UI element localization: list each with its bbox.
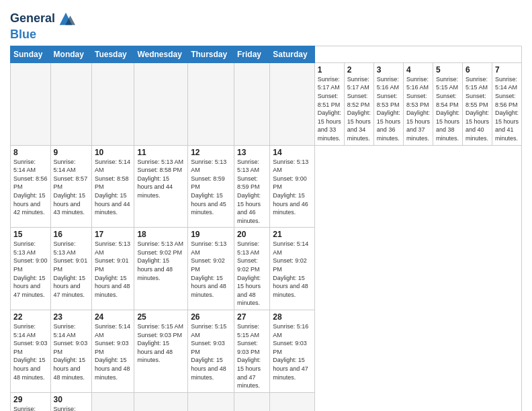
day-info: Sunrise: 5:14 AMSunset: 8:56 PMDaylight:… [13, 158, 48, 217]
empty-cell [270, 392, 315, 411]
empty-cell [234, 62, 270, 145]
day-info: Sunrise: 5:13 AMSunset: 9:00 PMDaylight:… [273, 158, 312, 217]
day-info: Sunrise: 5:15 AMSunset: 9:03 PMDaylight:… [237, 322, 267, 390]
day-info: Sunrise: 5:16 AMSunset: 8:53 PMDaylight:… [406, 75, 430, 143]
day-info: Sunrise: 5:14 AMSunset: 8:58 PMDaylight:… [95, 158, 131, 217]
day-info: Sunrise: 5:15 AMSunset: 9:03 PMDaylight:… [191, 322, 231, 381]
day-cell-18: 18Sunrise: 5:13 AMSunset: 9:02 PMDayligh… [134, 228, 188, 310]
day-number: 27 [237, 312, 267, 322]
day-cell-9: 9Sunrise: 5:14 AMSunset: 8:57 PMDaylight… [50, 145, 91, 228]
day-number: 6 [466, 65, 489, 75]
logo: General Blue [10, 9, 75, 42]
day-cell-5: 5Sunrise: 5:15 AMSunset: 8:54 PMDaylight… [433, 62, 462, 145]
day-info: Sunrise: 5:13 AMSunset: 8:59 PMDaylight:… [191, 158, 231, 217]
empty-cell [91, 392, 134, 411]
day-number: 12 [191, 148, 231, 157]
day-cell-29: 29Sunrise: 5:16 AMSunset: 9:03 PMDayligh… [11, 392, 51, 411]
dow-header-sunday: Sunday [11, 46, 51, 62]
day-cell-22: 22Sunrise: 5:14 AMSunset: 9:03 PMDayligh… [11, 310, 51, 393]
day-number: 30 [54, 395, 89, 404]
day-number: 22 [13, 312, 48, 322]
day-cell-20: 20Sunrise: 5:13 AMSunset: 9:02 PMDayligh… [234, 228, 270, 310]
day-info: Sunrise: 5:14 AMSunset: 9:03 PMDaylight:… [95, 322, 131, 381]
day-number: 23 [54, 312, 89, 322]
day-cell-3: 3Sunrise: 5:16 AMSunset: 8:53 PMDaylight… [373, 62, 403, 145]
day-number: 9 [54, 148, 89, 157]
calendar-table: SundayMondayTuesdayWednesdayThursdayFrid… [10, 46, 522, 411]
empty-cell [134, 392, 188, 411]
day-number: 7 [495, 65, 519, 75]
day-number: 20 [237, 230, 267, 239]
day-cell-10: 10Sunrise: 5:14 AMSunset: 8:58 PMDayligh… [91, 145, 134, 228]
day-number: 8 [13, 148, 48, 157]
day-cell-4: 4Sunrise: 5:16 AMSunset: 8:53 PMDaylight… [403, 62, 433, 145]
day-number: 11 [137, 148, 185, 157]
day-info: Sunrise: 5:15 AMSunset: 8:55 PMDaylight:… [466, 75, 489, 143]
day-info: Sunrise: 5:13 AMSunset: 9:02 PMDaylight:… [237, 240, 267, 308]
week-row-5: 29Sunrise: 5:16 AMSunset: 9:03 PMDayligh… [11, 392, 522, 411]
day-number: 16 [54, 230, 89, 239]
days-of-week-row: SundayMondayTuesdayWednesdayThursdayFrid… [11, 46, 522, 62]
day-number: 4 [406, 65, 430, 75]
day-info: Sunrise: 5:17 AMSunset: 9:03 PMDaylight:… [54, 405, 89, 411]
week-row-2: 8Sunrise: 5:14 AMSunset: 8:56 PMDaylight… [11, 145, 522, 228]
day-cell-16: 16Sunrise: 5:13 AMSunset: 9:01 PMDayligh… [50, 228, 91, 310]
week-row-4: 22Sunrise: 5:14 AMSunset: 9:03 PMDayligh… [11, 310, 522, 393]
empty-cell [188, 392, 234, 411]
day-number: 5 [436, 65, 459, 75]
day-info: Sunrise: 5:13 AMSunset: 9:00 PMDaylight:… [13, 240, 48, 299]
empty-cell [188, 62, 234, 145]
day-info: Sunrise: 5:13 AMSunset: 8:59 PMDaylight:… [237, 158, 267, 226]
day-cell-25: 25Sunrise: 5:15 AMSunset: 9:03 PMDayligh… [134, 310, 188, 393]
day-number: 21 [273, 230, 312, 239]
day-info: Sunrise: 5:16 AMSunset: 8:53 PMDaylight:… [377, 75, 400, 143]
day-cell-14: 14Sunrise: 5:13 AMSunset: 9:00 PMDayligh… [270, 145, 315, 228]
day-info: Sunrise: 5:17 AMSunset: 8:51 PMDaylight:… [318, 75, 341, 143]
day-info: Sunrise: 5:16 AMSunset: 9:03 PMDaylight:… [13, 405, 48, 411]
day-info: Sunrise: 5:14 AMSunset: 9:02 PMDaylight:… [273, 240, 312, 299]
day-info: Sunrise: 5:17 AMSunset: 8:52 PMDaylight:… [347, 75, 371, 143]
day-number: 17 [95, 230, 131, 239]
dow-header-saturday: Saturday [270, 46, 315, 62]
day-number: 1 [318, 65, 341, 75]
day-cell-13: 13Sunrise: 5:13 AMSunset: 8:59 PMDayligh… [234, 145, 270, 228]
day-number: 13 [237, 148, 267, 157]
day-number: 2 [347, 65, 371, 75]
day-info: Sunrise: 5:13 AMSunset: 9:02 PMDaylight:… [191, 240, 231, 299]
day-info: Sunrise: 5:14 AMSunset: 8:57 PMDaylight:… [54, 158, 89, 217]
day-cell-7: 7Sunrise: 5:14 AMSunset: 8:56 PMDaylight… [492, 62, 521, 145]
empty-cell [270, 62, 315, 145]
empty-cell [11, 62, 51, 145]
day-cell-2: 2Sunrise: 5:17 AMSunset: 8:52 PMDaylight… [344, 62, 373, 145]
dow-header-tuesday: Tuesday [91, 46, 134, 62]
day-info: Sunrise: 5:14 AMSunset: 8:56 PMDaylight:… [495, 75, 519, 143]
day-cell-23: 23Sunrise: 5:14 AMSunset: 9:03 PMDayligh… [50, 310, 91, 393]
day-info: Sunrise: 5:13 AMSunset: 8:58 PMDaylight:… [137, 158, 185, 200]
day-info: Sunrise: 5:14 AMSunset: 9:03 PMDaylight:… [54, 322, 89, 381]
day-cell-1: 1Sunrise: 5:17 AMSunset: 8:51 PMDaylight… [314, 62, 344, 145]
day-cell-6: 6Sunrise: 5:15 AMSunset: 8:55 PMDaylight… [462, 62, 492, 145]
dow-header-thursday: Thursday [188, 46, 234, 62]
day-cell-28: 28Sunrise: 5:16 AMSunset: 9:03 PMDayligh… [270, 310, 315, 393]
day-cell-19: 19Sunrise: 5:13 AMSunset: 9:02 PMDayligh… [188, 228, 234, 310]
day-number: 24 [95, 312, 131, 322]
day-info: Sunrise: 5:13 AMSunset: 9:01 PMDaylight:… [95, 240, 131, 299]
day-info: Sunrise: 5:13 AMSunset: 9:01 PMDaylight:… [54, 240, 89, 299]
empty-cell [134, 62, 188, 145]
page-container: General Blue SundayMondayTuesdayWednesda… [0, 0, 532, 411]
logo-blue-text: Blue [10, 28, 75, 42]
dow-header-monday: Monday [50, 46, 91, 62]
day-number: 19 [191, 230, 231, 239]
day-cell-24: 24Sunrise: 5:14 AMSunset: 9:03 PMDayligh… [91, 310, 134, 393]
day-number: 18 [137, 230, 185, 239]
day-number: 25 [137, 312, 185, 322]
week-row-3: 15Sunrise: 5:13 AMSunset: 9:00 PMDayligh… [11, 228, 522, 310]
day-cell-11: 11Sunrise: 5:13 AMSunset: 8:58 PMDayligh… [134, 145, 188, 228]
logo-icon [56, 9, 75, 28]
day-cell-12: 12Sunrise: 5:13 AMSunset: 8:59 PMDayligh… [188, 145, 234, 228]
empty-cell [91, 62, 134, 145]
day-cell-17: 17Sunrise: 5:13 AMSunset: 9:01 PMDayligh… [91, 228, 134, 310]
day-info: Sunrise: 5:15 AMSunset: 8:54 PMDaylight:… [436, 75, 459, 143]
day-number: 14 [273, 148, 312, 157]
day-number: 26 [191, 312, 231, 322]
